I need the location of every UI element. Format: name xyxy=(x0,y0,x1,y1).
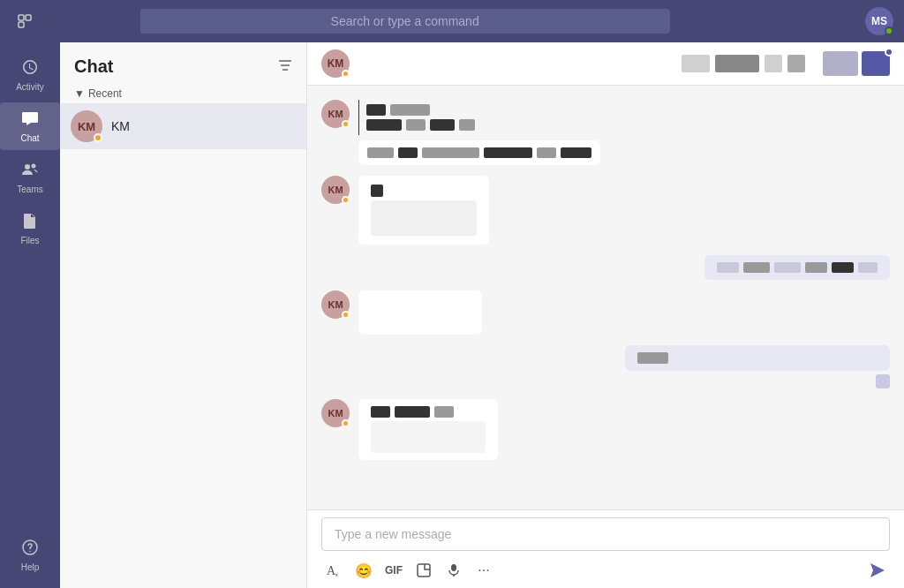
r6 xyxy=(459,119,475,131)
msg-avatar-2: KM xyxy=(321,176,350,204)
sidebar-help-label: Help xyxy=(21,562,40,572)
audio-icon[interactable] xyxy=(441,558,466,583)
more-options-icon[interactable]: ··· xyxy=(471,558,496,583)
chat-panel-header: Chat xyxy=(60,42,306,84)
header-icon-4[interactable] xyxy=(787,55,805,72)
chevron-down-icon: ▼ xyxy=(74,87,85,100)
chat-avatar: KM xyxy=(71,110,102,142)
chat-item-name: KM xyxy=(111,119,296,133)
r1 xyxy=(366,104,386,116)
sidebar-item-help[interactable]: Help xyxy=(18,531,43,579)
message-bubble-1 xyxy=(358,100,600,165)
ro2 xyxy=(743,262,770,273)
blank-6 xyxy=(371,421,486,453)
msg-status-6 xyxy=(342,419,350,427)
sidebar: Activity Chat Teams xyxy=(0,42,60,588)
chat-item-info: KM xyxy=(111,119,296,133)
sidebar-teams-label: Teams xyxy=(17,185,42,194)
files-icon xyxy=(21,212,39,234)
r2 xyxy=(390,104,430,116)
send-button[interactable] xyxy=(865,558,890,583)
sidebar-chat-label: Chat xyxy=(20,133,39,143)
r11 xyxy=(537,147,556,158)
msg-avatar-1: KM xyxy=(321,100,350,128)
r5 xyxy=(430,119,455,131)
chat-icon xyxy=(21,109,39,132)
filter-icon[interactable] xyxy=(278,58,292,76)
message-row: KM xyxy=(321,100,890,165)
message-bubble-5-out xyxy=(625,345,890,388)
recent-section-label[interactable]: ▼ Recent xyxy=(60,84,306,103)
topbar-right: MS xyxy=(865,7,893,35)
blank-area xyxy=(371,200,477,236)
help-icon xyxy=(21,539,39,561)
header-icon-3[interactable] xyxy=(765,55,782,72)
message-row-2: KM xyxy=(321,176,890,245)
r9 xyxy=(422,147,479,158)
message-row-5 xyxy=(321,345,890,388)
message-bubble-3-out xyxy=(704,255,890,280)
svg-rect-2 xyxy=(19,22,24,27)
sidebar-item-chat[interactable]: Chat xyxy=(0,102,60,150)
message-bubble-4 xyxy=(358,290,482,335)
msg-avatar-4: KM xyxy=(321,290,350,319)
input-toolbar: A ₓ 😊 GIF xyxy=(321,556,890,584)
message-input[interactable]: Type a new message xyxy=(321,517,890,551)
r10 xyxy=(484,147,532,158)
rb1 xyxy=(371,185,383,197)
message-row-6: KM xyxy=(321,399,890,460)
msg-avatar-6: KM xyxy=(321,399,350,427)
svg-point-3 xyxy=(25,164,30,170)
emoji-icon[interactable]: 😊 xyxy=(351,558,376,583)
r7 xyxy=(367,147,394,158)
msg-status-2 xyxy=(342,196,350,204)
ri6c xyxy=(434,406,454,418)
sidebar-item-activity[interactable]: Activity xyxy=(0,51,60,99)
expand-icon[interactable] xyxy=(11,7,39,35)
header-icon-1[interactable] xyxy=(682,55,710,72)
chat-panel-title: Chat xyxy=(74,57,113,77)
header-right-icon-1[interactable] xyxy=(823,51,858,76)
ri6b xyxy=(395,406,430,418)
r12 xyxy=(561,147,591,158)
svg-point-4 xyxy=(32,164,36,169)
message-row-4: KM xyxy=(321,290,890,335)
user-avatar[interactable]: MS xyxy=(865,7,893,35)
activity-icon xyxy=(21,58,39,80)
status-away-dot xyxy=(94,133,102,142)
ri6a xyxy=(371,406,390,418)
msg-status-1 xyxy=(342,120,350,128)
chat-list-item[interactable]: KM KM xyxy=(60,103,306,149)
svg-point-6 xyxy=(29,551,31,553)
sticker-icon[interactable] xyxy=(411,558,436,583)
ro5a xyxy=(637,352,668,364)
quote-bar xyxy=(358,100,359,135)
header-right-icon-2[interactable] xyxy=(862,51,890,76)
format-text-icon[interactable]: A ₓ xyxy=(321,558,346,583)
sidebar-files-label: Files xyxy=(20,236,39,245)
conv-status-dot xyxy=(342,70,350,78)
online-status-dot xyxy=(885,26,893,35)
ro4 xyxy=(805,262,827,273)
sidebar-item-teams[interactable]: Teams xyxy=(0,154,60,201)
conv-header-icons xyxy=(682,51,890,76)
svg-rect-1 xyxy=(26,15,31,20)
conversation-area: KM xyxy=(307,42,904,588)
message-bubble-2 xyxy=(358,176,489,245)
ro6 xyxy=(858,262,878,273)
ro1 xyxy=(717,262,739,273)
gif-icon[interactable]: GIF xyxy=(381,558,406,583)
svg-rect-9 xyxy=(418,564,430,577)
topbar: MS xyxy=(0,0,904,42)
search-input[interactable] xyxy=(140,9,670,34)
sidebar-item-files[interactable]: Files xyxy=(0,205,60,253)
svg-text:ₓ: ₓ xyxy=(335,569,338,578)
msg-status-4 xyxy=(342,311,350,319)
sidebar-activity-label: Activity xyxy=(16,82,44,92)
message-row-3 xyxy=(321,255,890,280)
header-icon-2[interactable] xyxy=(715,55,759,72)
msg-out-icon xyxy=(876,374,890,388)
blank-bubble-4 xyxy=(358,290,482,335)
conversation-header: KM xyxy=(307,42,904,86)
messages-container: KM xyxy=(307,86,904,509)
